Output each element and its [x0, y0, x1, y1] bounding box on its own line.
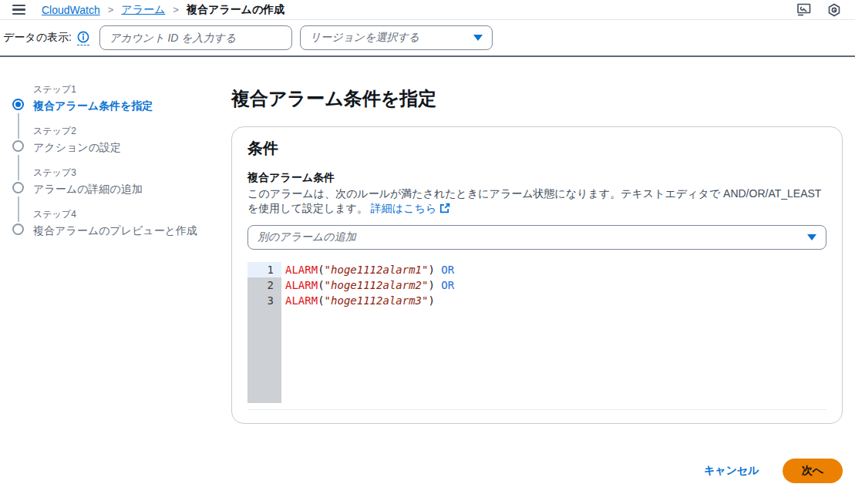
breadcrumb: CloudWatch > アラーム > 複合アラームの作成 — [42, 3, 284, 17]
external-link-icon — [439, 203, 450, 216]
caret-down-icon — [473, 35, 483, 41]
breadcrumb-bar: CloudWatch > アラーム > 複合アラームの作成 — [0, 0, 855, 20]
breadcrumb-cloudwatch[interactable]: CloudWatch — [42, 4, 100, 16]
editor-code-area[interactable]: ALARM("hoge1112alarm1") OR ALARM("hoge11… — [281, 262, 826, 403]
breadcrumb-separator: > — [108, 4, 114, 15]
devtools-monitor-wrench-icon[interactable] — [796, 3, 811, 16]
learn-more-link[interactable]: 詳細はこちら — [371, 202, 450, 214]
step-number: ステップ4 — [33, 208, 231, 220]
step-title-preview-create[interactable]: 複合アラームのプレビューと作成 — [33, 223, 231, 238]
next-button[interactable]: 次へ — [783, 459, 843, 483]
paren-token: ) — [428, 279, 434, 291]
step-radio-icon — [12, 182, 24, 193]
paren-token: ( — [318, 279, 324, 291]
step-number: ステップ1 — [33, 83, 231, 96]
step-radio-icon — [12, 140, 24, 152]
operator-token: OR — [441, 264, 454, 276]
wizard-footer-actions: キャンセル 次へ — [231, 459, 843, 483]
learn-more-label: 詳細はこちら — [371, 202, 436, 214]
breadcrumb-current-page: 複合アラームの作成 — [187, 3, 284, 17]
step-radio-active-icon — [12, 99, 24, 110]
account-id-input[interactable] — [109, 32, 282, 44]
paren-token: ) — [428, 264, 434, 276]
conditions-card: 条件 複合アラーム条件 このアラームは、次のルールが満たされたときにアラーム状態… — [231, 126, 843, 424]
step-title-configure-actions[interactable]: アクションの設定 — [33, 139, 231, 155]
operator-token: OR — [441, 279, 454, 291]
breadcrumb-separator: > — [173, 4, 179, 15]
rule-editor-container: 1 2 3 ALARM("hoge1112alarm1") OR ALARM("… — [247, 262, 826, 410]
keyword-token: ALARM — [285, 279, 318, 291]
account-id-field — [99, 25, 292, 50]
conditions-card-title: 条件 — [247, 138, 826, 158]
step-number: ステップ2 — [33, 125, 231, 137]
description-text: このアラームは、次のルールが満たされたときにアラーム状態になります。テキストエデ… — [247, 187, 821, 214]
caret-down-icon — [807, 234, 816, 240]
hamburger-menu-icon[interactable] — [12, 5, 25, 15]
editor-line-number-gutter: 1 2 3 — [247, 262, 281, 403]
step-item-1: ステップ1 複合アラーム条件を指定 — [12, 83, 231, 125]
code-line-2: ALARM("hoge1112alarm2") OR — [285, 277, 826, 293]
string-token: "hoge1112alarm1" — [325, 264, 429, 276]
composite-condition-description: このアラームは、次のルールが満たされたときにアラーム状態になります。テキストエデ… — [247, 186, 826, 217]
step-title-specify-conditions[interactable]: 複合アラーム条件を指定 — [33, 98, 231, 113]
cancel-button[interactable]: キャンセル — [704, 464, 759, 478]
keyword-token: ALARM — [285, 294, 318, 307]
breadcrumb-alarms[interactable]: アラーム — [121, 3, 165, 17]
step-number: ステップ3 — [33, 166, 231, 179]
page-title: 複合アラーム条件を指定 — [231, 86, 843, 111]
string-token: "hoge1112alarm3" — [325, 294, 429, 307]
step-item-3: ステップ3 アラームの詳細の追加 — [12, 166, 231, 208]
step-item-4: ステップ4 複合アラームのプレビューと作成 — [12, 208, 231, 250]
composite-condition-label: 複合アラーム条件 — [247, 170, 826, 185]
step-item-2: ステップ2 アクションの設定 — [12, 125, 231, 166]
add-another-alarm-select[interactable]: 別のアラームの追加 — [247, 225, 826, 250]
add-another-alarm-placeholder: 別のアラームの追加 — [258, 230, 356, 244]
code-line-1: ALARM("hoge1112alarm1") OR — [285, 262, 826, 277]
region-select-placeholder: リージョンを選択する — [310, 31, 419, 45]
string-token: "hoge1112alarm2" — [325, 279, 429, 291]
region-select[interactable]: リージョンを選択する — [300, 25, 493, 50]
wizard-steps-nav: ステップ1 複合アラーム条件を指定 ステップ2 アクションの設定 ステップ3 ア… — [0, 57, 231, 483]
data-display-label: データの表示: — [3, 31, 72, 45]
step-radio-icon — [12, 223, 24, 235]
step-title-add-details[interactable]: アラームの詳細の追加 — [33, 181, 231, 197]
paren-token: ( — [318, 294, 324, 307]
info-circle-icon[interactable] — [77, 31, 89, 45]
code-line-3: ALARM("hoge1112alarm3") — [285, 293, 826, 308]
line-number: 3 — [247, 293, 281, 308]
data-display-toolbar: データの表示: リージョンを選択する — [0, 20, 855, 57]
line-number: 2 — [247, 277, 281, 293]
paren-token: ( — [318, 264, 324, 276]
line-number: 1 — [247, 262, 281, 277]
settings-hexagon-icon[interactable] — [827, 3, 841, 17]
keyword-token: ALARM — [285, 264, 318, 276]
paren-token: ) — [428, 294, 434, 307]
rule-code-editor[interactable]: 1 2 3 ALARM("hoge1112alarm1") OR ALARM("… — [247, 262, 826, 403]
